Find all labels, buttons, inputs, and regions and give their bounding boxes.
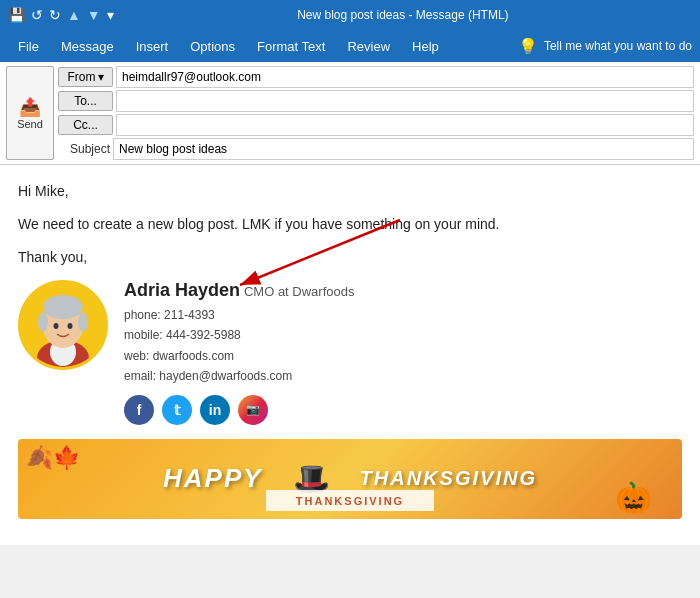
menu-format-text[interactable]: Format Text xyxy=(247,35,335,58)
thanksgiving-banner: 🍂🍁 HAPPY 🎩 THANKSGIVING THANKSGIVING 🎃 xyxy=(18,439,682,519)
from-input[interactable] xyxy=(116,66,694,88)
title-bar-icons: 💾 ↺ ↻ ▲ ▼ ▾ xyxy=(8,7,114,23)
svg-point-8 xyxy=(38,312,48,332)
cc-input[interactable] xyxy=(116,114,694,136)
to-row: To... xyxy=(58,90,694,112)
sig-title: CMO at Dwarfoods xyxy=(244,284,355,299)
sig-name-line: Adria Hayden CMO at Dwarfoods xyxy=(124,280,682,301)
sig-web: web: dwarfoods.com xyxy=(124,346,682,366)
svg-point-9 xyxy=(78,312,88,332)
send-label: Send xyxy=(17,118,43,130)
sig-phone: phone: 211-4393 xyxy=(124,305,682,325)
subject-row: Subject xyxy=(58,138,694,160)
facebook-icon[interactable]: f xyxy=(124,395,154,425)
twitter-icon[interactable]: 𝕥 xyxy=(162,395,192,425)
signature-info: Adria Hayden CMO at Dwarfoods phone: 211… xyxy=(124,280,682,425)
dropdown-icon[interactable]: ▾ xyxy=(107,7,114,23)
from-label: From xyxy=(68,70,96,84)
menu-insert[interactable]: Insert xyxy=(126,35,179,58)
closing: Thank you, xyxy=(18,247,682,268)
to-label: To... xyxy=(74,94,97,108)
from-row: From ▾ xyxy=(58,66,694,88)
from-button[interactable]: From ▾ xyxy=(58,67,113,87)
banner-happy: HAPPY xyxy=(163,463,263,494)
send-button[interactable]: 📤 Send xyxy=(6,66,54,160)
sig-details: phone: 211-4393 mobile: 444-392-5988 web… xyxy=(124,305,682,387)
tell-me-area[interactable]: 💡 Tell me what you want to do xyxy=(518,37,692,56)
window-title: New blog post ideas - Message (HTML) xyxy=(114,8,692,22)
svg-point-7 xyxy=(43,295,83,319)
title-bar: 💾 ↺ ↻ ▲ ▼ ▾ New blog post ideas - Messag… xyxy=(0,0,700,30)
lightbulb-icon: 💡 xyxy=(518,37,538,56)
banner-ribbon: THANKSGIVING xyxy=(266,490,434,511)
tell-me-text: Tell me what you want to do xyxy=(544,39,692,53)
social-icons: f 𝕥 in 📷 xyxy=(124,395,682,425)
sig-email: email: hayden@dwarfoods.com xyxy=(124,366,682,386)
from-dropdown-icon: ▾ xyxy=(98,70,104,84)
email-signature: Adria Hayden CMO at Dwarfoods phone: 211… xyxy=(18,280,682,425)
down-arrow-icon[interactable]: ▼ xyxy=(87,7,101,23)
to-button[interactable]: To... xyxy=(58,91,113,111)
cc-button[interactable]: Cc... xyxy=(58,115,113,135)
up-arrow-icon[interactable]: ▲ xyxy=(67,7,81,23)
avatar-image xyxy=(21,280,105,370)
to-input[interactable] xyxy=(116,90,694,112)
menu-review[interactable]: Review xyxy=(337,35,400,58)
cc-label: Cc... xyxy=(73,118,98,132)
sig-name: Adria Hayden xyxy=(124,280,240,300)
menu-options[interactable]: Options xyxy=(180,35,245,58)
menu-help[interactable]: Help xyxy=(402,35,449,58)
redo-icon[interactable]: ↻ xyxy=(49,7,61,23)
compose-header: 📤 Send From ▾ To... Cc... Subject xyxy=(0,62,700,165)
avatar xyxy=(18,280,108,370)
cc-row: Cc... xyxy=(58,114,694,136)
svg-point-10 xyxy=(54,323,59,329)
svg-point-11 xyxy=(68,323,73,329)
instagram-icon[interactable]: 📷 xyxy=(238,395,268,425)
linkedin-icon[interactable]: in xyxy=(200,395,230,425)
menu-bar: File Message Insert Options Format Text … xyxy=(0,30,700,62)
subject-label: Subject xyxy=(58,142,113,156)
save-icon[interactable]: 💾 xyxy=(8,7,25,23)
body-line1: We need to create a new blog post. LMK i… xyxy=(18,214,682,235)
pumpkin-icon: 🎃 xyxy=(615,480,652,515)
fields-area: From ▾ To... Cc... Subject xyxy=(58,66,694,160)
undo-icon[interactable]: ↺ xyxy=(31,7,43,23)
sig-mobile: mobile: 444-392-5988 xyxy=(124,325,682,345)
leaves-decoration: 🍂🍁 xyxy=(26,445,80,471)
email-body[interactable]: Hi Mike, We need to create a new blog po… xyxy=(0,165,700,545)
banner-thanksgiving: THANKSGIVING xyxy=(360,467,537,490)
menu-message[interactable]: Message xyxy=(51,35,124,58)
greeting: Hi Mike, xyxy=(18,181,682,202)
send-icon: 📤 xyxy=(19,96,41,118)
menu-file[interactable]: File xyxy=(8,35,49,58)
subject-input[interactable] xyxy=(113,138,694,160)
